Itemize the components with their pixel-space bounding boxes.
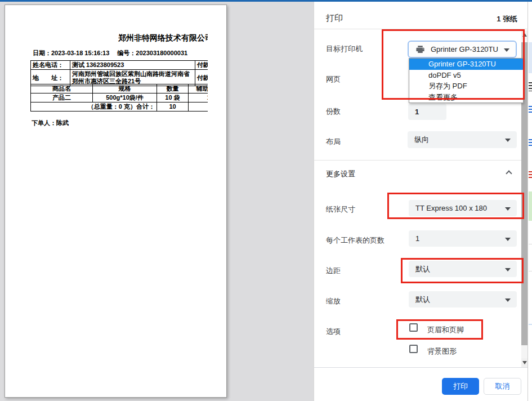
menu-item-save-as-pdf[interactable]: 另存为 PDF	[409, 81, 523, 92]
pages-label: 网页	[326, 74, 341, 84]
more-settings-label: 更多设置	[326, 169, 355, 179]
background-page-fragment	[529, 106, 532, 114]
menu-item-printer[interactable]: Gprinter GP-3120TU	[409, 59, 523, 70]
scale-label: 缩放	[326, 296, 341, 306]
background-page-fragment	[529, 171, 532, 179]
margins-select[interactable]: 默认	[409, 261, 517, 277]
printer-icon	[415, 44, 425, 54]
customer-info-table: 姓名电话： 测试 13623809523 付款 地 址： 河南郑州管城回族区紫荆…	[30, 60, 208, 86]
destination-value: Gprinter GP-3120TU	[431, 45, 498, 54]
background-page-fragment	[529, 271, 532, 271]
background-graphics-checkbox[interactable]	[409, 345, 418, 353]
cell-qty: 10 袋	[157, 93, 189, 103]
cell-aux-qty: 1	[189, 93, 208, 103]
doc-meta-line: 日期：2023-03-18 15:16:13编号：202303180000031	[33, 49, 195, 57]
col-spec: 规格	[93, 84, 157, 93]
scale-select[interactable]: 默认	[409, 291, 517, 308]
total-aux	[189, 103, 208, 112]
chevron-down-icon	[505, 268, 511, 271]
pages-per-sheet-value: 1	[415, 234, 419, 243]
table-header-row: 商品名 规格 数量 辅助数量	[31, 84, 208, 93]
paper-size-value: TT Express 100 x 180	[415, 204, 487, 212]
info-label: 姓名电话：	[31, 61, 70, 70]
dialog-title: 打印	[326, 13, 343, 24]
info-value: 测试 13623809523	[70, 61, 195, 70]
options-label: 选项	[326, 327, 341, 337]
total-label: （总重量：0 克）合计：	[31, 103, 157, 112]
section-divider	[314, 160, 521, 161]
chevron-down-icon	[505, 207, 511, 211]
table-total-row: （总重量：0 克）合计： 10	[31, 103, 208, 112]
preview-paper-page: 郑州非特网络技术有限公司 日期：2023-03-18 15:16:13编号：20…	[5, 5, 227, 398]
print-dialog-screen: 郑州非特网络技术有限公司 日期：2023-03-18 15:16:13编号：20…	[0, 0, 532, 401]
paper-size-select[interactable]: TT Express 100 x 180	[409, 200, 517, 216]
cancel-button[interactable]: 取消	[484, 378, 521, 395]
copies-input[interactable]	[408, 104, 446, 120]
total-qty: 10	[157, 103, 189, 112]
sheet-count: 1 张纸	[497, 14, 517, 24]
background-page-fragment	[529, 82, 532, 91]
chevron-down-icon	[505, 238, 511, 241]
pages-per-sheet-label: 每个工作表的页数	[326, 235, 385, 246]
info-extra: 付款	[195, 61, 208, 70]
headers-footers-checkbox[interactable]	[409, 323, 418, 332]
table-row: 姓名电话： 测试 13623809523 付款	[31, 61, 208, 70]
doc-serial: 编号：202303180000031	[117, 50, 187, 56]
destination-label: 目标打印机	[326, 44, 363, 54]
layout-select[interactable]: 纵向	[408, 131, 517, 148]
chevron-up-icon	[506, 170, 512, 176]
print-preview-pane: 郑州非特网络技术有限公司 日期：2023-03-18 15:16:13编号：20…	[0, 2, 314, 401]
pages-per-sheet-select[interactable]: 1	[409, 230, 517, 247]
cell-product: 产品二	[31, 93, 93, 103]
background-page-fragment	[529, 244, 532, 244]
table-row: 产品二 500g*10袋/件 10 袋 1	[31, 93, 208, 103]
header-divider	[314, 29, 528, 29]
dialog-footer: 打印 取消	[314, 367, 528, 401]
copies-label: 份数	[326, 106, 341, 117]
col-qty: 数量	[157, 84, 189, 93]
chevron-down-icon	[504, 48, 509, 52]
col-aux-qty: 辅助数量	[189, 84, 208, 93]
destination-select[interactable]: Gprinter GP-3120TU	[408, 41, 517, 58]
background-page-fragment	[529, 191, 532, 221]
arrow-down-icon	[522, 361, 527, 364]
company-title: 郑州非特网络技术有限公司	[118, 33, 208, 43]
margins-label: 边距	[326, 266, 341, 276]
print-dialog: 打印 1 张纸 目标打印机 Gprinter GP-3120TU Gprinte…	[314, 2, 527, 401]
layout-label: 布局	[326, 137, 341, 147]
product-table: 商品名 规格 数量 辅助数量 产品二 500g*10袋/件 10 袋 1 （总重…	[30, 84, 208, 112]
orderer-line: 下单人：陈武	[32, 119, 69, 127]
more-settings-toggle[interactable]: 更多设置	[314, 165, 521, 182]
background-page-fragment	[529, 324, 532, 325]
menu-item-see-more[interactable]: 查看更多…	[409, 92, 523, 103]
chevron-down-icon	[505, 298, 511, 302]
doc-date: 日期：2023-03-18 15:16:13	[33, 50, 109, 56]
chevron-down-icon	[505, 139, 511, 142]
background-page-strip	[527, 2, 532, 401]
document-content: 郑州非特网络技术有限公司 日期：2023-03-18 15:16:13编号：20…	[30, 33, 208, 382]
print-button[interactable]: 打印	[442, 378, 479, 395]
col-product: 商品名	[31, 84, 93, 93]
destination-dropdown-menu: Gprinter GP-3120TU doPDF v5 另存为 PDF 查看更多…	[409, 58, 524, 103]
arrow-up-icon	[522, 33, 527, 37]
background-page-fragment	[529, 42, 532, 73]
scale-value: 默认	[415, 295, 430, 305]
menu-item-dopdf[interactable]: doPDF v5	[409, 70, 523, 81]
layout-value: 纵向	[414, 135, 429, 145]
headers-footers-label: 页眉和页脚	[427, 325, 464, 335]
paper-size-label: 纸张尺寸	[326, 204, 355, 215]
margins-value: 默认	[415, 264, 430, 274]
background-page-fragment	[529, 139, 532, 148]
background-graphics-label: 背景图形	[427, 346, 457, 357]
cell-spec: 500g*10袋/件	[93, 93, 157, 103]
